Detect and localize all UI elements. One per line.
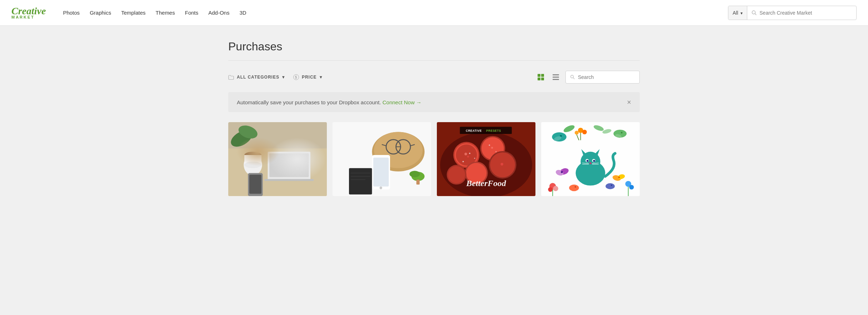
svg-point-34 [380,186,382,189]
svg-point-79 [582,130,587,134]
svg-rect-4 [538,78,540,80]
svg-point-60 [474,158,475,159]
product-card[interactable] [333,122,431,196]
workspace-image [228,122,327,196]
svg-rect-23 [249,175,261,194]
svg-point-59 [469,153,470,154]
nav-item-addons[interactable]: Add-Ons [208,10,229,16]
svg-point-18 [244,154,262,175]
filter-search-input[interactable] [578,74,635,80]
svg-rect-3 [541,74,544,77]
svg-point-75 [621,132,623,134]
svg-point-113 [575,186,576,188]
svg-point-9 [571,75,574,78]
svg-rect-6 [553,74,559,75]
svg-rect-20 [244,155,261,165]
nav-item-graphics[interactable]: Graphics [90,10,111,16]
product-thumbnail: CREATIVE PRESETS BetterFood [437,122,535,196]
dropbox-banner: Automatically save your purchases to you… [228,92,640,112]
product-thumbnail [333,122,431,196]
svg-rect-2 [538,74,540,77]
search-input[interactable] [759,10,852,16]
site-header: Creative MARKET Photos Graphics Template… [0,0,868,26]
svg-rect-15 [268,152,310,180]
categories-filter-label: ALL CATEGORIES [237,75,279,80]
svg-point-19 [244,152,261,158]
nav-item-templates[interactable]: Templates [121,10,145,16]
svg-point-63 [489,145,490,146]
svg-rect-11 [228,122,327,196]
grid-icon [537,73,545,81]
svg-text:PRESETS: PRESETS [486,129,501,132]
title-divider [228,60,640,61]
price-filter-button[interactable]: $ PRICE [293,74,322,80]
price-dollar-icon: $ [293,74,299,80]
svg-point-93 [589,162,592,164]
svg-rect-17 [264,179,314,181]
svg-text:BetterFood: BetterFood [466,179,507,188]
filter-search-icon [570,75,575,80]
svg-point-13 [228,127,255,150]
svg-point-103 [618,176,620,178]
main-nav: Photos Graphics Templates Themes Fonts A… [63,10,717,16]
product-card[interactable] [541,122,640,196]
product-thumbnail [541,122,640,196]
phone-image [333,122,431,196]
svg-point-109 [629,185,634,190]
product-thumbnail [228,122,327,196]
nav-item-photos[interactable]: Photos [63,10,80,16]
svg-point-105 [548,187,553,192]
illustration-image [541,122,640,196]
svg-point-54 [500,163,503,165]
svg-rect-12 [228,149,327,196]
price-chevron-icon [320,75,322,80]
search-category-label: All [733,10,738,16]
svg-point-40 [409,171,420,177]
filter-right [535,71,640,84]
svg-rect-35 [349,168,372,195]
grid-view-button[interactable] [535,72,546,82]
product-card[interactable]: CREATIVE PRESETS BetterFood [437,122,535,196]
categories-chevron-icon [282,75,285,80]
chevron-down-icon [740,10,743,16]
svg-line-1 [755,14,756,15]
nav-item-themes[interactable]: Themes [156,10,175,16]
price-filter-label: PRICE [302,75,317,80]
nav-item-3d[interactable]: 3D [239,10,246,16]
list-icon [552,73,560,81]
svg-rect-41 [416,180,420,185]
dropbox-banner-close-button[interactable]: × [627,99,631,106]
svg-rect-5 [541,78,544,80]
svg-point-51 [491,147,493,149]
connect-now-link[interactable]: Connect Now → [383,99,421,105]
nav-item-fonts[interactable]: Fonts [185,10,199,16]
filter-left: ALL CATEGORIES $ PRICE [228,74,322,80]
svg-point-116 [611,185,612,186]
search-input-wrap [747,10,856,16]
global-search-bar: All [728,6,857,20]
svg-point-58 [448,166,465,183]
categories-filter-button[interactable]: ALL CATEGORIES [228,75,285,80]
product-grid: CREATIVE PRESETS BetterFood [228,122,640,196]
logo-creative: Creative [11,6,46,16]
svg-point-21 [244,161,261,168]
svg-rect-16 [269,153,309,177]
product-card[interactable] [228,122,327,196]
svg-rect-8 [553,79,559,80]
search-icon [752,10,757,16]
filter-search-bar [565,71,640,84]
search-category-dropdown[interactable]: All [728,6,747,20]
filter-bar: ALL CATEGORIES $ PRICE [228,71,640,84]
list-view-button[interactable] [550,72,561,82]
site-logo[interactable]: Creative MARKET [11,6,46,19]
svg-rect-7 [553,77,559,78]
logo-market: MARKET [11,15,46,19]
svg-point-106 [553,186,558,191]
svg-point-47 [464,153,467,155]
svg-point-61 [463,161,464,162]
svg-point-62 [495,151,497,152]
svg-point-48 [467,156,469,158]
food-image: CREATIVE PRESETS BetterFood [437,122,535,196]
main-content: Purchases ALL CATEGORIES $ PRICE [220,26,648,210]
svg-point-14 [237,123,259,141]
